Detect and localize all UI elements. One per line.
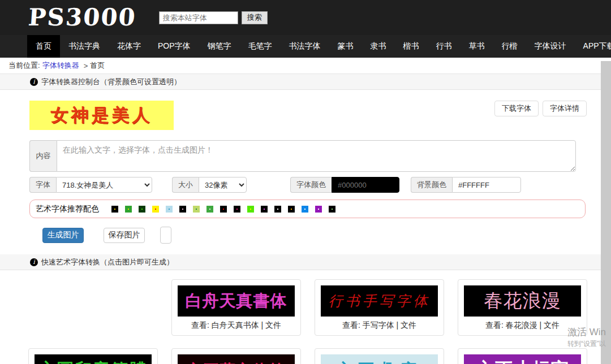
site-header: PS3000 搜索 首页 书法字典 花体字 POP字体 钢笔字 毛笔字 书法字体… bbox=[0, 0, 611, 58]
breadcrumb-separator: > bbox=[84, 62, 88, 70]
palette-swatches bbox=[111, 206, 335, 213]
font-preview-image[interactable]: 方正趣宋 bbox=[321, 354, 438, 364]
font-preview-image[interactable]: 方圓印章篆體 bbox=[35, 354, 152, 364]
palette-swatch[interactable] bbox=[166, 206, 173, 213]
quick-convert-title: 快速艺术字体转换（点击图片即可生成） bbox=[41, 257, 174, 267]
font-preview-image[interactable]: 春花浪漫 bbox=[464, 285, 581, 317]
nav-item-flower-font[interactable]: 花体字 bbox=[109, 35, 149, 58]
converter-panel: 女神是美人 下载字体 字体详情 内容 字体 718.女神是美人 大小 32像素 … bbox=[0, 90, 601, 254]
font-preview-image[interactable]: 方正藏文体简 bbox=[178, 354, 295, 364]
palette-swatch[interactable] bbox=[288, 206, 295, 213]
nav-item-brush-font[interactable]: 毛笔字 bbox=[240, 35, 281, 58]
palette-swatch[interactable] bbox=[125, 206, 132, 213]
content-textarea[interactable] bbox=[57, 140, 576, 172]
nav-item-app-download[interactable]: APP下载 bbox=[575, 35, 611, 58]
nav-item-home[interactable]: 首页 bbox=[27, 35, 60, 58]
nav-item-running-regular[interactable]: 行楷 bbox=[493, 35, 526, 58]
palette-swatch[interactable] bbox=[206, 206, 213, 213]
bg-color-input[interactable] bbox=[452, 177, 521, 193]
search-bar: 搜索 bbox=[159, 11, 268, 24]
font-card-handwriting[interactable]: 行书手写字体 查看: 手写字体 | 文件 bbox=[315, 279, 444, 336]
scrollbar-track[interactable] bbox=[601, 61, 611, 364]
font-preview-image[interactable]: 方正小标宋 bbox=[464, 354, 581, 364]
palette-swatch[interactable] bbox=[315, 206, 322, 213]
font-card-caption[interactable]: 查看: 白舟天真书体 | 文件 bbox=[178, 320, 295, 331]
main-nav: 首页 书法字典 花体字 POP字体 钢笔字 毛笔字 书法字体 篆书 隶书 楷书 … bbox=[0, 35, 611, 58]
converter-panel-header: 字体转换器控制台（背景颜色可设置透明） bbox=[0, 74, 601, 90]
breadcrumb-current: 首页 bbox=[90, 60, 105, 71]
search-button[interactable]: 搜索 bbox=[242, 11, 268, 24]
breadcrumb-prefix: 当前位置: bbox=[8, 60, 40, 71]
download-font-button[interactable]: 下载字体 bbox=[494, 101, 539, 116]
nav-item-regular-script[interactable]: 楷书 bbox=[395, 35, 428, 58]
font-color-label: 字体颜色 bbox=[290, 177, 332, 193]
nav-item-font-design[interactable]: 字体设计 bbox=[526, 35, 575, 58]
palette-swatch[interactable] bbox=[139, 206, 145, 213]
font-color-group: 字体颜色 bbox=[290, 177, 399, 193]
nav-item-cursive-script[interactable]: 草书 bbox=[461, 35, 493, 58]
breadcrumb-link-converter[interactable]: 字体转换器 bbox=[42, 60, 79, 71]
info-icon bbox=[30, 258, 38, 266]
size-label: 大小 bbox=[172, 177, 199, 193]
bg-color-label: 背景颜色 bbox=[411, 177, 452, 193]
palette-swatch[interactable] bbox=[247, 206, 254, 213]
palette-swatch[interactable] bbox=[193, 206, 200, 213]
size-select[interactable]: 32像素 bbox=[199, 177, 247, 193]
font-select[interactable]: 718.女神是美人 bbox=[56, 177, 152, 193]
save-image-button[interactable]: 保存图片 bbox=[104, 228, 145, 243]
content-label: 内容 bbox=[29, 140, 57, 172]
font-preview-image[interactable]: 行书手写字体 bbox=[321, 285, 438, 317]
palette-label: 艺术字体推荐配色 bbox=[36, 204, 99, 214]
font-card-chunhua[interactable]: 春花浪漫 查看: 春花浪漫 | 文件 bbox=[458, 279, 587, 336]
site-logo[interactable]: PS3000 bbox=[28, 6, 137, 29]
font-card-xiaobiaosong[interactable]: 方正小标宋 bbox=[458, 348, 587, 364]
search-input[interactable] bbox=[159, 11, 238, 24]
breadcrumb: 当前位置: 字体转换器 > 首页 bbox=[0, 58, 601, 74]
palette-swatch[interactable] bbox=[111, 206, 118, 213]
font-preview-image[interactable]: 白舟天真書体 bbox=[178, 285, 295, 317]
nav-item-calligraphy-font[interactable]: 书法字体 bbox=[281, 35, 329, 58]
nav-item-calligraphy-dict[interactable]: 书法字典 bbox=[60, 35, 109, 58]
font-select-group: 字体 718.女神是美人 bbox=[29, 177, 152, 193]
palette-swatch[interactable] bbox=[302, 206, 308, 213]
converter-panel-title: 字体转换器控制台（背景颜色可设置透明） bbox=[41, 77, 181, 87]
font-details-button[interactable]: 字体详情 bbox=[543, 101, 587, 116]
card-spacer bbox=[28, 279, 158, 336]
nav-item-pen-font[interactable]: 钢笔字 bbox=[199, 35, 240, 58]
quick-convert-panel-header: 快速艺术字体转换（点击图片即可生成） bbox=[0, 254, 601, 270]
top-bar: PS3000 搜索 bbox=[0, 0, 611, 35]
palette-swatch[interactable] bbox=[261, 206, 268, 213]
recommended-palette: 艺术字体推荐配色 bbox=[29, 200, 586, 218]
nav-item-pop-font[interactable]: POP字体 bbox=[149, 35, 199, 58]
nav-item-clerical-script[interactable]: 隶书 bbox=[362, 35, 395, 58]
font-card-seal[interactable]: 方圓印章篆體 bbox=[28, 348, 158, 364]
palette-swatch[interactable] bbox=[274, 206, 281, 213]
info-icon bbox=[30, 78, 38, 86]
size-select-group: 大小 32像素 bbox=[172, 177, 247, 193]
font-card-caption[interactable]: 查看: 手写字体 | 文件 bbox=[321, 320, 438, 331]
font-cards: 白舟天真書体 查看: 白舟天真书体 | 文件 行书手写字体 查看: 手写字体 |… bbox=[0, 270, 601, 364]
font-label: 字体 bbox=[29, 177, 56, 193]
palette-swatch[interactable] bbox=[179, 206, 186, 213]
generate-image-button[interactable]: 生成图片 bbox=[42, 228, 84, 243]
font-color-input[interactable] bbox=[332, 177, 399, 193]
bg-color-group: 背景颜色 bbox=[411, 177, 521, 193]
nav-item-running-script[interactable]: 行书 bbox=[428, 35, 461, 58]
font-card-caption[interactable]: 查看: 春花浪漫 | 文件 bbox=[464, 320, 581, 331]
palette-swatch[interactable] bbox=[234, 206, 240, 213]
palette-swatch[interactable] bbox=[152, 206, 159, 213]
font-card-zangwen[interactable]: 方正藏文体简 bbox=[171, 348, 301, 364]
color-picker-box[interactable] bbox=[160, 227, 171, 244]
palette-swatch[interactable] bbox=[220, 206, 227, 213]
palette-swatch[interactable] bbox=[329, 206, 335, 213]
generated-font-preview[interactable]: 女神是美人 bbox=[29, 101, 174, 130]
font-card-qusong[interactable]: 方正趣宋 bbox=[315, 348, 444, 364]
nav-item-seal-script[interactable]: 篆书 bbox=[329, 35, 362, 58]
font-card-baizhou[interactable]: 白舟天真書体 查看: 白舟天真书体 | 文件 bbox=[171, 279, 301, 336]
